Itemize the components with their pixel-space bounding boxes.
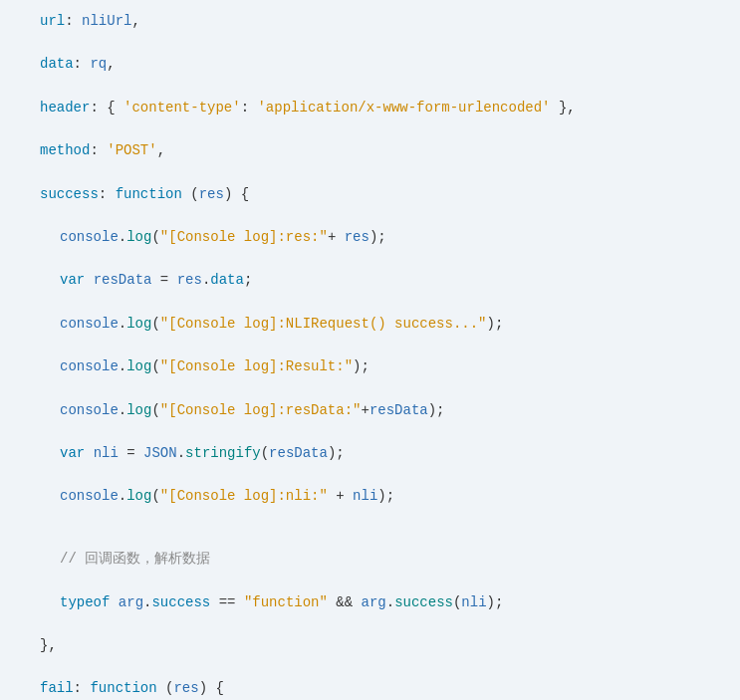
token-prop: url	[40, 10, 65, 34]
token-plain: =	[151, 269, 176, 293]
token-id: resData	[94, 269, 152, 293]
token-str: "[Console log]:res:"	[160, 226, 328, 250]
token-id: res	[173, 677, 198, 700]
token-plain: .	[143, 591, 151, 615]
code-line: url: nliUrl,	[20, 10, 720, 34]
token-plain: .	[119, 313, 126, 337]
token-plain: );	[328, 442, 345, 466]
token-prop: success	[151, 591, 210, 615]
code-line: data: rq,	[20, 53, 720, 77]
code-line: console.log("[Console log]:resData:"+res…	[20, 399, 720, 423]
token-str: "[Console log]:NLIRequest() success..."	[160, 313, 487, 337]
token-mth: log	[126, 313, 151, 337]
code-line: var resData = res.data;	[20, 269, 720, 293]
token-plain	[85, 269, 93, 293]
token-plain: : {	[90, 97, 123, 120]
token-plain: =	[119, 442, 143, 466]
token-str: 'POST'	[107, 139, 156, 163]
token-plain: .	[386, 591, 394, 615]
code-editor: url: nliUrl,data: rq,header: { 'content-…	[0, 0, 740, 700]
token-str: "function"	[244, 591, 328, 615]
token-plain: ==	[210, 591, 244, 615]
token-prop: success	[40, 183, 99, 207]
token-plain: .	[119, 355, 126, 379]
token-fn: function	[116, 183, 182, 207]
token-plain: (	[151, 226, 159, 250]
token-prop: fail	[40, 677, 74, 700]
token-plain: +	[328, 485, 353, 509]
token-plain: ,	[107, 53, 115, 77]
code-line: },	[20, 634, 720, 658]
token-plain: (	[261, 442, 269, 466]
blank-line	[20, 466, 720, 486]
token-prop: method	[40, 139, 90, 163]
token-plain	[110, 591, 118, 615]
token-plain: (	[151, 355, 159, 379]
token-plain: :	[99, 183, 116, 207]
code-line: console.log("[Console log]:res:"+ res);	[20, 226, 720, 250]
blank-line	[20, 34, 720, 54]
token-plain: );	[428, 399, 445, 423]
token-id: resData	[269, 442, 328, 466]
token-plain: .	[202, 269, 210, 293]
token-id: console	[60, 485, 119, 509]
token-id: arg	[119, 591, 143, 615]
code-lines: url: nliUrl,data: rq,header: { 'content-…	[20, 10, 720, 700]
code-line: success: function (res) {	[20, 183, 720, 207]
blank-line	[20, 422, 720, 442]
blank-line	[20, 163, 720, 183]
token-cm: // 回调函数，解析数据	[60, 548, 210, 572]
blank-line	[20, 337, 720, 356]
token-fn: function	[90, 677, 156, 700]
token-plain: );	[487, 313, 504, 337]
token-plain: +	[328, 226, 345, 250]
token-id: rq	[90, 53, 107, 77]
blank-line	[20, 120, 720, 140]
token-prop: header	[40, 97, 90, 120]
token-plain: ;	[244, 269, 252, 293]
blank-line	[20, 379, 720, 399]
token-plain: ) {	[199, 677, 224, 700]
token-id: nli	[461, 591, 486, 615]
token-plain: );	[487, 591, 504, 615]
token-plain: :	[65, 10, 82, 34]
code-line: var nli = JSON.stringify(resData);	[20, 442, 720, 466]
token-id: nli	[353, 485, 377, 509]
token-plain: .	[119, 399, 126, 423]
code-line: console.log("[Console log]:NLIRequest() …	[20, 313, 720, 337]
token-mth: stringify	[185, 442, 261, 466]
token-kw: var	[60, 442, 85, 466]
token-plain: .	[119, 226, 126, 250]
token-plain: ,	[157, 139, 165, 163]
token-mth: log	[126, 399, 151, 423]
token-plain: &&	[328, 591, 362, 615]
token-id: nliUrl	[82, 10, 131, 34]
token-mth: success	[394, 591, 453, 615]
token-plain: },	[551, 97, 576, 120]
token-mth: log	[126, 355, 151, 379]
token-plain: :	[241, 97, 258, 120]
blank-line	[20, 572, 720, 591]
token-plain: :	[74, 677, 91, 700]
code-line: console.log("[Console log]:nli:" + nli);	[20, 485, 720, 509]
token-str: 'content-type'	[123, 97, 241, 120]
code-line: header: { 'content-type': 'application/x…	[20, 97, 720, 120]
blank-line	[20, 293, 720, 313]
token-plain: (	[151, 485, 159, 509]
token-plain	[85, 442, 93, 466]
token-plain: (	[182, 183, 199, 207]
token-str: 'application/x-www-form-urlencoded'	[257, 97, 550, 120]
code-line: fail: function (res) {	[20, 677, 720, 700]
token-id: resData	[370, 399, 428, 423]
token-plain: (	[151, 399, 159, 423]
blank-line	[20, 658, 720, 678]
token-plain: :	[74, 53, 91, 77]
token-id: res	[199, 183, 224, 207]
token-id: nli	[94, 442, 119, 466]
token-mth: log	[126, 226, 151, 250]
blank-line	[20, 509, 720, 529]
token-prop: data	[210, 269, 244, 293]
token-kw: typeof	[60, 591, 110, 615]
token-id: res	[177, 269, 202, 293]
token-str: "[Console log]:Result:"	[160, 355, 353, 379]
